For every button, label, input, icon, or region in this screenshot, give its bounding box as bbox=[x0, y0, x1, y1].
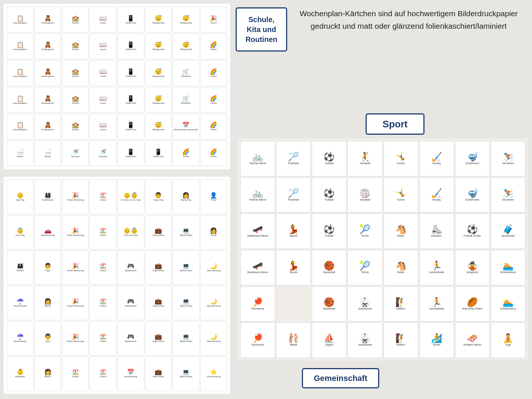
familie-card-45: 💼Papa Arbeit bbox=[145, 356, 172, 391]
schule-card-10: 🏫Schule bbox=[62, 33, 89, 60]
schule-card-23: 🌈Ferien bbox=[200, 60, 227, 86]
schule-card-16: 📋Hausaufgaben bbox=[7, 60, 34, 86]
schule-card-3: 📖Lesen bbox=[89, 7, 116, 33]
sport-card-18: ⚽Fußball bbox=[312, 213, 346, 249]
sport-card-40: 🏓Tischtennis bbox=[240, 322, 275, 358]
schule-card-0: 📋Hausaufgaben bbox=[7, 7, 34, 33]
schule-card-15: 🌈Ferien bbox=[200, 33, 227, 60]
panel-schule: 📋Hausaufgaben🧸Kindergarten🏫Schule📖Lesen📱… bbox=[4, 4, 230, 169]
schule-card-43: 🚿Duschen bbox=[89, 140, 116, 166]
sport-card-13: 🏑Hockey bbox=[419, 177, 454, 213]
sport-card-5: 🏑Hockey bbox=[419, 141, 454, 176]
schule-card-13: 😴Mittagschlaf bbox=[145, 33, 172, 60]
schule-card-14: 😴Mittagschlaf bbox=[173, 33, 200, 60]
sport-card-41: 🩰Ballett bbox=[276, 322, 311, 358]
header-text-area: Wochenplan-Kärtchen sind auf hochwertige… bbox=[295, 7, 523, 32]
schule-card-21: 😴Mittagschlaf bbox=[145, 60, 172, 86]
familie-card-7: 👤Onkel bbox=[200, 180, 227, 214]
familie-card-15: 👩Tante bbox=[200, 215, 227, 250]
familie-card-36: 🎮Spielbesuch bbox=[117, 321, 144, 356]
sport-card-22: ⚽Fußball Turnier bbox=[455, 213, 490, 249]
familie-card-41: 👩Mama bbox=[34, 356, 61, 391]
panel-familie: 👴Opa-Tag👨‍👩‍👧‍👦Familienzeit🎉Ferien-Betre… bbox=[4, 177, 230, 394]
schule-card-5: 😴Mittagschlaf bbox=[145, 7, 172, 33]
familie-card-5: 👨Papa-Tag bbox=[145, 180, 172, 214]
familie-card-47: ⭐Übernachtung bbox=[200, 356, 227, 391]
schule-card-44: 📱Tablet-Zeit bbox=[117, 140, 144, 166]
sport-label-box: Sport bbox=[366, 113, 424, 135]
schule-card-47: 🌈Ferien bbox=[200, 140, 227, 166]
familie-card-17: 👨Papa bbox=[34, 250, 61, 285]
familie-card-26: 🎉Ferien-Betreuung bbox=[62, 286, 89, 320]
familie-card-32: ☂️Wochenende bbox=[7, 321, 34, 356]
schule-card-25: 🧸Kindergarten bbox=[34, 87, 61, 113]
schule-card-19: 📖Lesen bbox=[89, 60, 116, 86]
sport-card-19: 🎾Tennis bbox=[348, 213, 382, 249]
familie-card-44: 📅Verabredung bbox=[117, 356, 144, 391]
sport-card-1: 🏸Federball bbox=[276, 141, 311, 176]
familie-card-42: 🏖️Urlaub bbox=[62, 356, 89, 391]
familie-card-23: 🌙Übernachtung bbox=[200, 250, 227, 285]
sport-card-2: ⚽Fußball bbox=[312, 141, 346, 176]
familie-card-31: 🌙Übernachtung bbox=[200, 286, 227, 320]
familie-card-4: 👴👵Ur-Oma und Ur-Opa bbox=[117, 180, 144, 214]
schule-card-33: 🧸Kindergarten bbox=[34, 114, 61, 140]
familie-card-30: 💻Mama Arbeit bbox=[173, 286, 200, 320]
sport-card-37: 🏃Leichtathletik bbox=[419, 286, 454, 322]
sport-card-24: 🛹Skateboard fahren bbox=[240, 250, 275, 285]
familie-card-0: 👴Opa-Tag bbox=[7, 180, 34, 214]
familie-card-3: 🏖️Urlaub bbox=[89, 180, 116, 214]
schule-card-38: 📅Wochenplan besprechen bbox=[173, 114, 200, 140]
schule-card-40: 🛁Baden bbox=[7, 140, 34, 166]
familie-card-38: 💻Mama Arbeit bbox=[173, 321, 200, 356]
familie-card-12: 👴👵Oma und Opa bbox=[117, 215, 144, 250]
schule-card-18: 🏫Schule bbox=[62, 60, 89, 86]
sport-card-10: ⚽Fußball bbox=[312, 177, 346, 213]
familie-card-22: 💻Mama Arbeit bbox=[173, 250, 200, 285]
schule-card-17: 🧸Kindergarten bbox=[34, 60, 61, 86]
familie-card-1: 👨‍👩‍👧‍👦Familienzeit bbox=[34, 180, 61, 214]
sport-card-23: 🧳Sportbeutel bbox=[491, 213, 525, 249]
familie-card-6: 👩Mama-Tag bbox=[173, 180, 200, 214]
familie-card-11: 🏖️Urlaub bbox=[89, 215, 116, 250]
schule-card-35: 📖Lesen bbox=[89, 114, 116, 140]
schule-card-11: 📖Lesen bbox=[89, 33, 116, 60]
sport-card-38: 🏉Hula-Hoop Reifen bbox=[455, 286, 490, 322]
schule-card-42: 🚿Duschen bbox=[62, 140, 89, 166]
header-main-text: Wochenplan-Kärtchen sind auf hochwertige… bbox=[300, 9, 518, 30]
sport-card-28: 🐴Reiten bbox=[384, 250, 418, 285]
schule-card-41: 🛁Baden bbox=[34, 140, 61, 166]
sport-card-31: 🏊Schwimmkurs bbox=[491, 250, 525, 285]
schule-card-37: 😴Mittagschlaf bbox=[145, 114, 172, 140]
sport-card-14: 🤿Schwimmen bbox=[455, 177, 490, 213]
familie-card-35: 🏖️Urlaub bbox=[89, 321, 116, 356]
sport-card-8: 🚲Fahrrad fahren bbox=[240, 177, 275, 213]
schule-card-26: 🏫Schule bbox=[62, 87, 89, 113]
familie-card-40: 👶Babysitter bbox=[7, 356, 34, 391]
schule-card-45: 📱Tablet-Zeit bbox=[145, 140, 172, 166]
panel-sport: 🚲Fahrrad fahren🏸Federball⚽Fußball🤾Handba… bbox=[237, 138, 528, 361]
sport-card-43: 🥋Judo/Karate bbox=[348, 322, 382, 358]
schule-card-12: 📱Tablet-Zeit bbox=[117, 33, 144, 60]
familie-card-14: 💻Mama Arbeit bbox=[173, 215, 200, 250]
schule-card-4: 📱Tablet-Zeit bbox=[117, 7, 144, 33]
familie-card-19: 🏖️Urlaub bbox=[89, 250, 116, 285]
sport-card-29: 🏃Leichtathletik bbox=[419, 250, 454, 285]
familie-card-28: 🎮Spielbesuch bbox=[117, 286, 144, 320]
familie-card-21: 💼Papa Arbeit bbox=[145, 250, 172, 285]
familie-card-43: 🏖️Urlaub bbox=[89, 356, 116, 391]
schule-card-6: 😴Mittagschlaf bbox=[173, 7, 200, 33]
sport-card-42: ⛵Segeln bbox=[312, 322, 346, 358]
gemeinschaft-box: Gemeinschaft bbox=[302, 368, 379, 388]
familie-card-16: 👨‍👩‍👧Familie bbox=[7, 250, 34, 285]
sport-card-30: 🤹Jonglieren bbox=[455, 250, 490, 285]
schule-kita-box: Schule,Kita undRoutinen bbox=[236, 7, 287, 52]
sport-card-7: ⛷️Ski-fahren bbox=[491, 141, 525, 176]
familie-card-37: 💼Papa Arbeit bbox=[145, 321, 172, 356]
sport-card-17: 💃Tanzen bbox=[276, 213, 311, 249]
familie-card-24: ☂️Wochenende bbox=[7, 286, 34, 320]
sport-card-21: ⛸️Eislaufen bbox=[419, 213, 454, 249]
sport-card-4: 🤸Turnen bbox=[384, 141, 418, 176]
sport-card-47: 🧘Yoga bbox=[491, 322, 525, 358]
familie-card-13: 💼Papa Arbeit bbox=[145, 215, 172, 250]
